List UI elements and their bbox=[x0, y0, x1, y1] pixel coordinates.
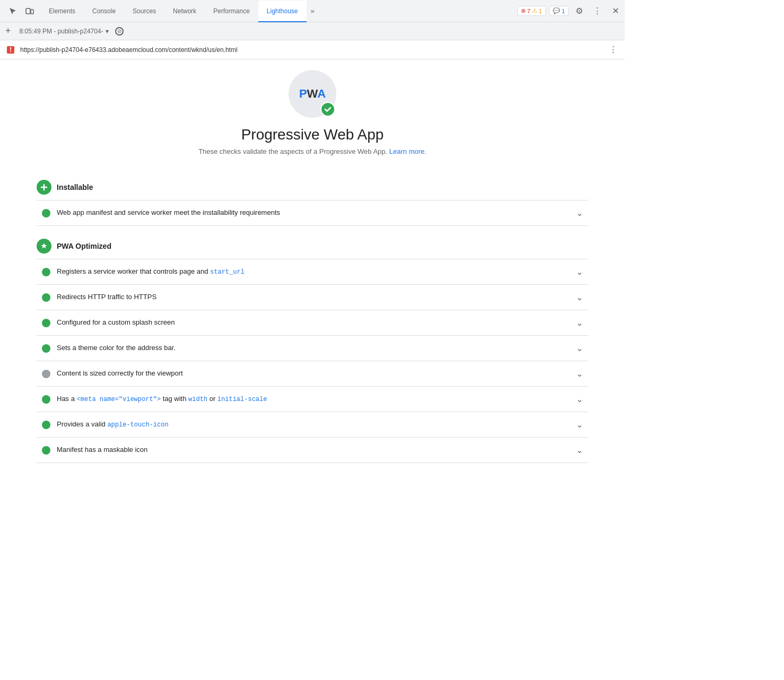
more-options-button[interactable]: ⋮ bbox=[590, 4, 605, 19]
pwa-icon-wrapper: PWA bbox=[289, 70, 336, 118]
audit-text-splash-screen: Configured for a custom splash screen bbox=[57, 318, 570, 327]
warning-icon: ⚠ bbox=[532, 7, 537, 14]
pwa-optimized-icon bbox=[37, 239, 51, 254]
cursor-icon-btn[interactable] bbox=[5, 4, 20, 19]
tab-console[interactable]: Console bbox=[84, 1, 124, 22]
tab-performance[interactable]: Performance bbox=[205, 1, 258, 22]
session-dropdown-icon: ▾ bbox=[106, 28, 109, 35]
apple-touch-icon-code: apple-touch-icon bbox=[107, 421, 168, 429]
svg-rect-0 bbox=[26, 8, 30, 14]
audit-text-web-app-manifest: Web app manifest and service worker meet… bbox=[57, 208, 570, 217]
pwa-optimized-audit-list: Registers a service worker that controls… bbox=[37, 259, 588, 463]
checkmark-icon bbox=[324, 105, 332, 114]
tab-lighthouse[interactable]: Lighthouse bbox=[258, 1, 307, 22]
page-subtitle: These checks validate the aspects of a P… bbox=[198, 147, 426, 155]
audit-dot-green bbox=[42, 395, 50, 404]
audit-text-theme-color: Sets a theme color for the address bar. bbox=[57, 343, 570, 353]
learn-more-link[interactable]: Learn more bbox=[389, 147, 424, 155]
session-bar: + 8:05:49 PM - publish-p24704- ▾ ⊘ bbox=[0, 22, 625, 40]
installable-icon bbox=[37, 180, 51, 195]
pwa-optimized-section-header: PWA Optimized bbox=[37, 230, 588, 259]
section-divider bbox=[37, 226, 588, 230]
chevron-down-icon: ⌄ bbox=[576, 420, 583, 430]
audit-text-redirects-http: Redirects HTTP traffic to HTTPS bbox=[57, 292, 570, 302]
tab-badges: ⊗ 7 ⚠ 1 💬 1 ⚙ ⋮ ✕ bbox=[517, 4, 623, 19]
audit-item-redirects-http[interactable]: Redirects HTTP traffic to HTTPS ⌄ bbox=[37, 285, 588, 310]
chevron-down-icon: ⌄ bbox=[576, 267, 583, 277]
chevron-down-icon: ⌄ bbox=[576, 208, 583, 218]
audit-dot-green bbox=[42, 344, 50, 353]
message-icon: 💬 bbox=[553, 7, 560, 14]
width-code: width bbox=[188, 396, 207, 403]
audit-item-theme-color[interactable]: Sets a theme color for the address bar. … bbox=[37, 336, 588, 361]
page-title: Progressive Web App bbox=[241, 126, 384, 143]
audit-item-viewport-size[interactable]: Content is sized correctly for the viewp… bbox=[37, 361, 588, 387]
url-text: https://publish-p24704-e76433.adobeaemcl… bbox=[20, 46, 603, 54]
initial-scale-code: initial-scale bbox=[217, 396, 267, 403]
chevron-down-icon: ⌄ bbox=[576, 318, 583, 328]
audit-dot-green bbox=[42, 421, 50, 429]
audit-text-viewport-size: Content is sized correctly for the viewp… bbox=[57, 369, 570, 378]
audit-dot-gray bbox=[42, 370, 50, 378]
audit-dot-green bbox=[42, 293, 50, 302]
chevron-down-icon: ⌄ bbox=[576, 394, 583, 404]
svg-rect-1 bbox=[31, 10, 33, 14]
audit-dot-green bbox=[42, 209, 50, 217]
installable-title: Installable bbox=[57, 183, 93, 191]
close-devtools-button[interactable]: ✕ bbox=[608, 4, 623, 19]
messages-badge[interactable]: 💬 1 bbox=[549, 6, 569, 16]
error-count: 7 bbox=[527, 8, 530, 14]
audit-text-viewport-meta: Has a <meta name="viewport"> tag with wi… bbox=[57, 394, 570, 404]
url-bar: ! https://publish-p24704-e76433.adobeaem… bbox=[0, 40, 625, 59]
chevron-down-icon: ⌄ bbox=[576, 445, 583, 455]
tab-network[interactable]: Network bbox=[164, 1, 205, 22]
session-label: 8:05:49 PM - publish-p24704- bbox=[20, 28, 103, 35]
add-session-btn[interactable]: + bbox=[5, 25, 11, 37]
message-count: 1 bbox=[562, 8, 565, 14]
device-icon-btn[interactable] bbox=[22, 4, 37, 19]
no-entry-icon: ⊘ bbox=[115, 27, 124, 36]
audit-dot-green bbox=[42, 268, 50, 276]
security-icon: ! bbox=[5, 45, 16, 55]
errors-badge[interactable]: ⊗ 7 ⚠ 1 bbox=[517, 6, 546, 16]
audit-text-service-worker: Registers a service worker that controls… bbox=[57, 267, 570, 277]
audit-item-maskable-icon[interactable]: Manifest has a maskable icon ⌄ bbox=[37, 438, 588, 463]
pwa-optimized-title: PWA Optimized bbox=[57, 242, 111, 250]
installable-audit-list: Web app manifest and service worker meet… bbox=[37, 200, 588, 226]
session-selector[interactable]: 8:05:49 PM - publish-p24704- ▾ bbox=[18, 27, 111, 36]
main-content: PWA Progressive Web App These checks val… bbox=[21, 59, 604, 474]
audit-item-viewport-meta[interactable]: Has a <meta name="viewport"> tag with wi… bbox=[37, 387, 588, 412]
installable-section-header: Installable bbox=[37, 171, 588, 200]
audit-text-maskable-icon: Manifest has a maskable icon bbox=[57, 445, 570, 455]
tab-sources[interactable]: Sources bbox=[124, 1, 164, 22]
audit-text-apple-touch-icon: Provides a valid apple-touch-icon bbox=[57, 420, 570, 430]
settings-button[interactable]: ⚙ bbox=[572, 4, 587, 19]
audit-item-service-worker[interactable]: Registers a service worker that controls… bbox=[37, 259, 588, 285]
warning-count: 1 bbox=[539, 8, 542, 14]
devtools-tabbar: Elements Console Sources Network Perform… bbox=[0, 0, 625, 22]
chevron-down-icon: ⌄ bbox=[576, 292, 583, 302]
audit-item-splash-screen[interactable]: Configured for a custom splash screen ⌄ bbox=[37, 310, 588, 336]
error-icon: ⊗ bbox=[521, 7, 526, 14]
meta-viewport-code: <meta name="viewport"> bbox=[77, 396, 161, 403]
tabs-list: Elements Console Sources Network Perform… bbox=[40, 0, 319, 22]
pwa-header: PWA Progressive Web App These checks val… bbox=[37, 70, 588, 155]
plus-icon bbox=[40, 184, 48, 191]
tab-elements[interactable]: Elements bbox=[40, 1, 84, 22]
tab-icon-group bbox=[2, 4, 40, 19]
more-tabs-btn[interactable]: » bbox=[307, 0, 319, 22]
url-more-button[interactable]: ⋮ bbox=[607, 43, 620, 56]
svg-text:!: ! bbox=[10, 46, 12, 54]
pwa-logo: PWA bbox=[299, 87, 326, 101]
chevron-down-icon: ⌄ bbox=[576, 343, 583, 353]
pwa-check-badge bbox=[320, 102, 335, 117]
audit-dot-green bbox=[42, 446, 50, 455]
start-url-code: start_url bbox=[210, 268, 245, 276]
chevron-down-icon: ⌄ bbox=[576, 369, 583, 379]
star-icon bbox=[40, 242, 48, 250]
audit-item-web-app-manifest[interactable]: Web app manifest and service worker meet… bbox=[37, 200, 588, 226]
audit-dot-green bbox=[42, 319, 50, 327]
audit-item-apple-touch-icon[interactable]: Provides a valid apple-touch-icon ⌄ bbox=[37, 412, 588, 438]
